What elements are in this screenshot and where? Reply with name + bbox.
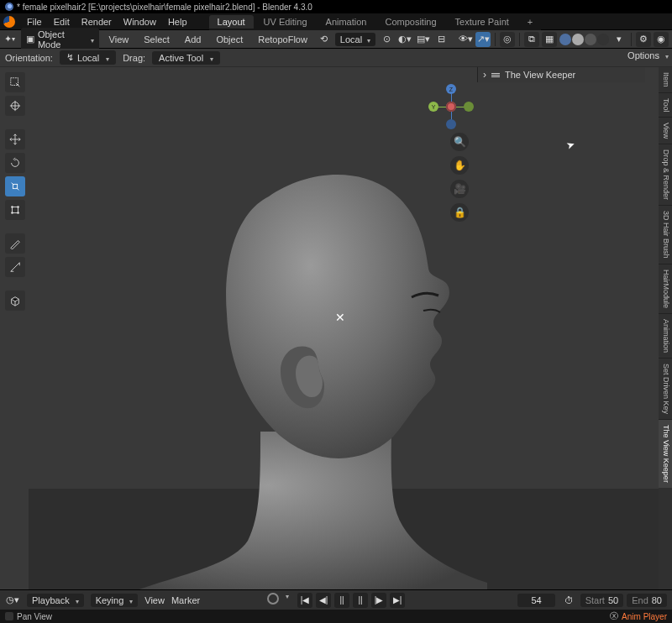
tool-add-primitive[interactable]: [5, 291, 25, 311]
tool-rotate[interactable]: [5, 153, 25, 173]
timeline-keying-dropdown[interactable]: Keying: [91, 594, 139, 607]
close-icon[interactable]: ⓧ: [610, 610, 618, 622]
orientation-dropdown[interactable]: ↯ Local: [60, 50, 116, 65]
menu-render[interactable]: Render: [76, 15, 117, 29]
viewport-3d[interactable]: Z Y 🔍 ✋ 🎥 🔒 The View Keeper: [29, 67, 659, 589]
zoom-icon[interactable]: 🔍: [450, 133, 469, 151]
tool-scale[interactable]: [5, 176, 25, 196]
svg-point-7: [17, 206, 19, 208]
workspace: Z Y 🔍 ✋ 🎥 🔒 The View Keeper Item Tool Vi…: [0, 67, 672, 589]
gizmo-axis-y-neg[interactable]: [464, 102, 474, 112]
timeline-playback-dropdown[interactable]: Playback: [27, 594, 84, 607]
sidetab-hairmodule[interactable]: HairModule: [659, 264, 672, 313]
timeline-menu-marker[interactable]: Marker: [171, 595, 200, 605]
tool-move[interactable]: [5, 129, 25, 149]
app-icon: [5, 3, 13, 11]
tab-add[interactable]: +: [519, 15, 541, 29]
sidetab-hair[interactable]: 3D Hair Brush: [659, 205, 672, 264]
sidetab-item[interactable]: Item: [659, 67, 672, 92]
sidetab-setdrivenkey[interactable]: Set Driven Key: [659, 358, 672, 419]
navigation-gizmo[interactable]: Z Y: [430, 86, 472, 128]
viewport-menu-retopo[interactable]: RetopoFlow: [253, 33, 312, 46]
persp-ortho-icon[interactable]: 🔒: [450, 203, 469, 222]
viewport-header: ✦▾ ▣ Object Mode View Select Add Object …: [0, 30, 672, 49]
shading-options-icon[interactable]: ▾: [612, 32, 627, 47]
visibility-toggle-icon[interactable]: 👁▾: [458, 32, 473, 47]
current-frame-field[interactable]: 54: [517, 594, 554, 607]
tool-annotate[interactable]: [5, 233, 25, 254]
gizmo-axis-z-pos[interactable]: Z: [446, 84, 456, 94]
camera-lock-icon[interactable]: ◉: [654, 32, 669, 47]
sidetab-viewkeeper[interactable]: The View Keeper: [659, 419, 672, 488]
viewport-menu-view[interactable]: View: [104, 33, 134, 46]
tab-layout[interactable]: Layout: [209, 15, 254, 29]
tool-select-box[interactable]: [5, 72, 25, 92]
gizmo-axis-z-neg[interactable]: [446, 119, 456, 129]
prev-keyframe-icon[interactable]: ◀|: [316, 593, 331, 608]
top-menubar: File Edit Render Window Help Layout UV E…: [0, 13, 672, 30]
transform-orientation-dropdown[interactable]: Local: [335, 33, 375, 46]
next-keyframe-icon[interactable]: |▶: [371, 593, 386, 608]
tool-measure[interactable]: [5, 257, 25, 277]
gizmo-axis-y-pos[interactable]: Y: [428, 102, 438, 112]
proportional-edit-icon[interactable]: ◐▾: [398, 33, 412, 46]
sidetab-view[interactable]: View: [659, 117, 672, 144]
play-reverse-icon[interactable]: ||: [334, 593, 349, 608]
tool-cursor[interactable]: [5, 96, 25, 116]
pan-icon[interactable]: ✋: [450, 156, 469, 175]
side-panel: The View Keeper: [477, 67, 645, 82]
sidetab-drop[interactable]: Drop & Render: [659, 144, 672, 205]
drag-dropdown[interactable]: Active Tool: [152, 51, 220, 65]
tab-animation[interactable]: Animation: [318, 15, 375, 29]
tab-compositing[interactable]: Compositing: [376, 15, 444, 29]
viewport-menu-object[interactable]: Object: [211, 33, 248, 46]
camera-icon[interactable]: 🎥: [450, 180, 469, 198]
menu-window[interactable]: Window: [118, 15, 161, 29]
play-forward-icon[interactable]: ||: [353, 593, 368, 608]
wireframe-toggle-icon[interactable]: ▦: [542, 32, 557, 47]
stopwatch-icon[interactable]: ⏱: [562, 593, 577, 608]
gizmo-center[interactable]: [446, 102, 456, 112]
mode-dropdown[interactable]: ▣ Object Mode: [21, 28, 99, 51]
viewport-menu-select[interactable]: Select: [139, 33, 175, 46]
gear-icon[interactable]: ⚙: [636, 32, 651, 47]
shading-solid-icon[interactable]: [572, 34, 584, 45]
editor-type-timeline-icon[interactable]: ◷▾: [5, 593, 20, 608]
toolbar-extra2-icon[interactable]: ⊟: [435, 33, 448, 46]
local-axes-icon: ↯: [66, 52, 74, 63]
chevron-right-icon: [483, 69, 486, 81]
gizmo-toggle-icon[interactable]: ↗▾: [475, 32, 491, 47]
sidetab-animation[interactable]: Animation: [659, 313, 672, 358]
timeline-area: ◷▾ Playback Keying View Marker ▾ |◀ ◀| |…: [0, 589, 672, 623]
toolbar-extra-icon[interactable]: ▤▾: [417, 33, 430, 46]
menu-file[interactable]: File: [22, 15, 47, 29]
menu-edit[interactable]: Edit: [49, 15, 75, 29]
shading-wireframe-icon[interactable]: [559, 34, 571, 45]
tab-uv[interactable]: UV Editing: [255, 15, 316, 29]
autokey-toggle-icon[interactable]: [267, 593, 279, 605]
snap-icon[interactable]: ⊙: [381, 33, 393, 46]
overlay-toggle-icon[interactable]: ◎: [500, 32, 515, 47]
tool-transform[interactable]: [5, 200, 25, 220]
timeline-menu-view[interactable]: View: [144, 595, 165, 605]
end-frame-field[interactable]: End80: [627, 594, 667, 607]
editor-type-icon[interactable]: ✦▾: [3, 33, 16, 46]
blender-logo-icon: [3, 16, 15, 28]
shading-matpreview-icon[interactable]: [585, 34, 596, 45]
start-frame-field[interactable]: Start50: [580, 594, 623, 607]
tab-texpaint[interactable]: Texture Paint: [447, 15, 517, 29]
xray-toggle-icon[interactable]: ⧉: [524, 32, 539, 47]
shading-rendered-icon[interactable]: [597, 34, 609, 45]
drag-value: Active Tool: [159, 53, 203, 63]
orientation-icon[interactable]: ⟲: [318, 33, 330, 46]
jump-end-icon[interactable]: ▶|: [390, 593, 405, 608]
chevron-down-icon: [89, 34, 94, 44]
sidetab-tool[interactable]: Tool: [659, 92, 672, 118]
viewport-nav-buttons: 🔍 ✋ 🎥 🔒: [450, 133, 469, 222]
jump-start-icon[interactable]: |◀: [297, 593, 312, 608]
menu-help[interactable]: Help: [163, 15, 192, 29]
panel-the-view-keeper-header[interactable]: The View Keeper: [478, 67, 645, 82]
options-dropdown[interactable]: Options: [627, 50, 669, 60]
viewport-menu-add[interactable]: Add: [180, 33, 207, 46]
chevron-down-icon[interactable]: ▾: [286, 593, 289, 608]
